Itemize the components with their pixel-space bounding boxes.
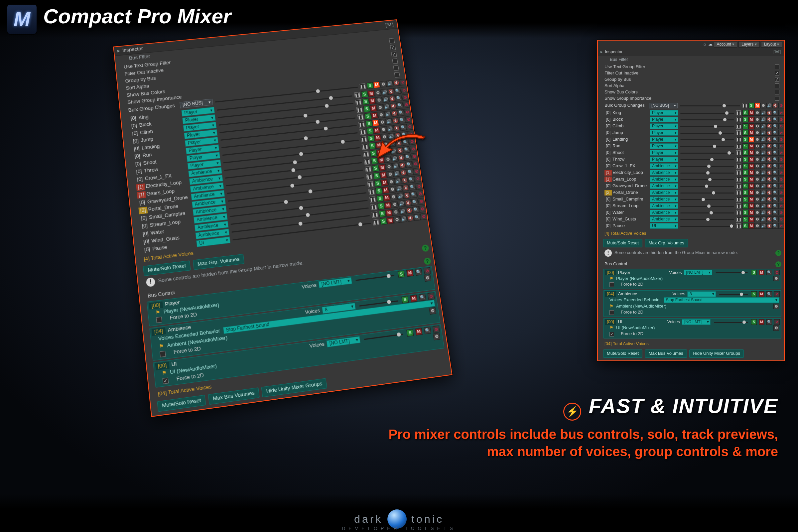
solo-button[interactable]: S [742, 170, 748, 175]
search-icon[interactable]: 🔍 [412, 206, 420, 213]
speaker-icon[interactable]: 🔊 [399, 208, 406, 215]
solo-button[interactable]: S [398, 271, 405, 278]
alert-icon[interactable]: M [373, 81, 380, 89]
mute-button[interactable]: M [748, 210, 754, 215]
delete-button[interactable]: ⊘ [414, 175, 422, 182]
voices-dropdown[interactable]: [NO LMT] [684, 270, 712, 275]
group-volume-slider[interactable] [679, 131, 736, 135]
group-volume-slider[interactable] [679, 124, 736, 129]
pause-icon[interactable]: ❚❚ [736, 197, 741, 202]
solo-button[interactable]: S [742, 216, 748, 222]
voices-dropdown[interactable]: [NO LMT] [682, 319, 710, 325]
pause-icon[interactable]: ❚❚ [366, 174, 373, 180]
solo-button[interactable]: S [366, 128, 374, 135]
mute-button[interactable]: M [369, 97, 376, 104]
mute-solo-reset-button[interactable]: Mute/Solo Reset [603, 349, 642, 358]
checkbox[interactable] [609, 310, 614, 315]
speaker-icon[interactable]: 🔊 [760, 190, 766, 195]
mute-button[interactable]: M [748, 223, 754, 229]
checkbox[interactable] [775, 64, 779, 69]
mute-button[interactable]: M [748, 176, 754, 182]
speaker-icon[interactable]: 🔊 [760, 143, 766, 149]
solo-button[interactable]: S [361, 91, 368, 98]
gear-icon[interactable]: ⚙ [388, 178, 395, 186]
solo-button[interactable]: S [365, 120, 373, 127]
speaker-mute-icon[interactable]: 🔇 [766, 157, 772, 162]
checkbox[interactable] [775, 90, 779, 94]
pause-icon[interactable]: ❚❚ [736, 110, 741, 115]
group-volume-slider[interactable] [679, 210, 736, 215]
checkbox[interactable] [156, 317, 162, 323]
mute-button[interactable]: M [410, 295, 417, 303]
group-volume-slider[interactable] [679, 191, 736, 195]
gear-icon[interactable]: ⚙ [392, 208, 399, 216]
delete-button[interactable]: ⊘ [778, 210, 784, 215]
pause-icon[interactable]: ❚❚ [358, 121, 365, 127]
speaker-icon[interactable]: 🔊 [385, 118, 393, 125]
gear-icon[interactable]: ⚙ [375, 97, 383, 104]
group-bus-dropdown[interactable]: Ambience [650, 196, 678, 202]
group-volume-slider[interactable] [679, 144, 736, 149]
gear-icon[interactable]: ⚙ [773, 276, 779, 281]
speaker-icon[interactable]: 🔊 [760, 157, 766, 162]
checkbox[interactable]: ✓ [609, 332, 614, 337]
solo-button[interactable]: S [401, 296, 408, 304]
pause-icon[interactable]: ❚❚ [736, 177, 741, 182]
checkbox[interactable] [393, 65, 399, 71]
search-icon[interactable]: 🔍 [411, 199, 418, 206]
search-icon[interactable]: 🔍 [773, 150, 778, 156]
mute-button[interactable]: M [759, 270, 764, 275]
solo-button[interactable]: S [380, 218, 387, 225]
gear-icon[interactable]: ⚙ [378, 111, 385, 118]
gear-icon[interactable]: ⚙ [760, 103, 766, 108]
solo-button[interactable]: S [742, 183, 748, 189]
mute-button[interactable]: M [748, 130, 754, 136]
pause-icon[interactable]: ❚❚ [736, 217, 741, 222]
solo-button[interactable]: S [742, 223, 748, 229]
checkbox[interactable] [775, 96, 779, 101]
group-volume-slider[interactable] [679, 217, 736, 222]
speaker-mute-icon[interactable]: 🔇 [766, 223, 772, 229]
gear-icon[interactable]: ⚙ [374, 90, 382, 96]
speaker-mute-icon[interactable]: 🔇 [391, 110, 398, 117]
speaker-icon[interactable]: 🔊 [760, 196, 766, 202]
solo-button[interactable]: S [376, 195, 384, 203]
group-volume-slider[interactable] [679, 137, 736, 142]
speaker-icon[interactable]: 🔊 [760, 183, 766, 189]
solo-button[interactable]: S [751, 319, 757, 325]
speaker-icon[interactable]: 🔊 [381, 89, 388, 96]
gear-icon[interactable]: ⚙ [386, 171, 394, 178]
cloud-icon[interactable]: ☁ [708, 41, 712, 47]
voices-exceeded-dropdown[interactable]: Stop Farthest Sound [664, 297, 779, 303]
solo-button[interactable]: S [379, 210, 386, 217]
group-bus-dropdown[interactable]: UI [650, 223, 678, 229]
delete-button[interactable]: ⊘ [778, 203, 784, 209]
speaker-mute-icon[interactable]: 🔇 [766, 163, 772, 169]
group-volume-slider[interactable] [679, 157, 736, 162]
speaker-mute-icon[interactable]: 🔇 [766, 203, 772, 209]
voices-dropdown[interactable]: 8 [687, 291, 716, 297]
solo-button[interactable]: S [742, 124, 748, 129]
delete-button[interactable]: ⊘ [415, 183, 423, 190]
delete-button[interactable]: ⊘ [399, 79, 406, 86]
pause-icon[interactable]: ❚❚ [355, 99, 361, 106]
delete-button[interactable]: ⊘ [778, 176, 784, 182]
delete-button[interactable]: ⊘ [778, 196, 784, 202]
group-bus-dropdown[interactable]: Ambience [650, 183, 678, 189]
speaker-mute-icon[interactable]: 🔇 [402, 185, 409, 191]
speaker-icon[interactable]: 🔊 [382, 96, 390, 103]
speaker-icon[interactable]: 🔊 [760, 163, 766, 169]
pause-icon[interactable]: ❚❚ [736, 150, 741, 155]
mute-button[interactable]: M [381, 179, 388, 186]
gear-icon[interactable]: ⚙ [755, 190, 760, 195]
search-icon[interactable]: 🔍 [773, 223, 778, 229]
solo-button[interactable]: S [742, 150, 748, 156]
group-volume-slider[interactable] [679, 184, 736, 189]
mute-button[interactable]: M [748, 196, 754, 202]
search-icon[interactable]: 🔍 [773, 183, 778, 189]
group-bus-dropdown[interactable]: Player [650, 137, 678, 142]
help-icon[interactable]: ? [775, 261, 781, 267]
speaker-icon[interactable]: 🔊 [395, 185, 403, 192]
layers-menu[interactable]: Layers [739, 41, 759, 48]
delete-button[interactable]: ⊘ [778, 190, 784, 195]
